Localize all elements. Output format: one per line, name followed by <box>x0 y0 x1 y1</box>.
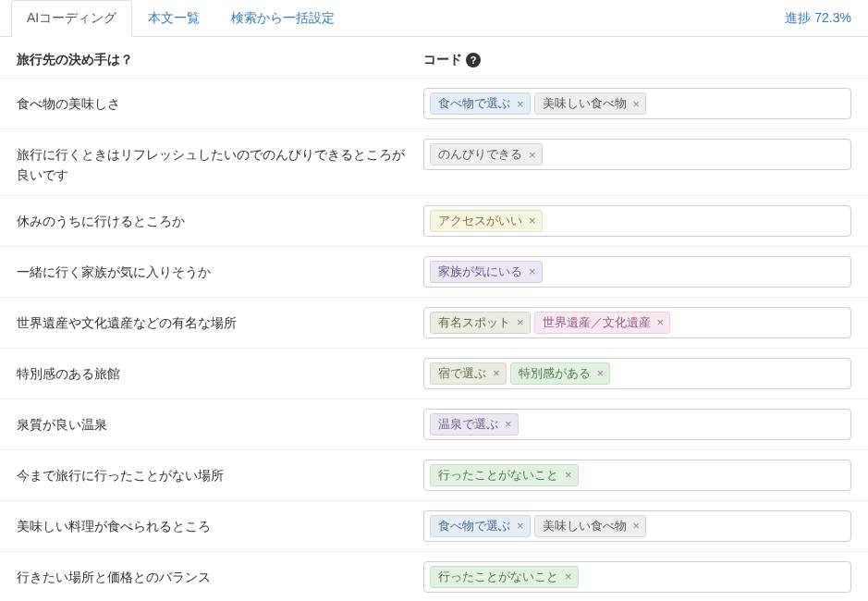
remove-tag-icon[interactable]: × <box>654 315 667 329</box>
coding-row: 世界遺産や文化遺産などの有名な場所有名スポット×世界遺産／文化遺産× <box>0 297 868 348</box>
code-tag-input[interactable]: 食べ物で選ぶ×美味しい食べ物× <box>423 88 851 119</box>
code-tag[interactable]: 特別感がある× <box>510 362 611 385</box>
remove-tag-icon[interactable]: × <box>562 570 575 583</box>
code-tag-label: 温泉で選ぶ <box>438 416 498 433</box>
code-tag-label: 食べ物で選ぶ <box>438 95 510 112</box>
code-tag-label: 世界遺産／文化遺産 <box>543 314 651 331</box>
code-tag-input[interactable]: アクセスがいい× <box>423 205 851 237</box>
coding-row: 特別感のある旅館宿で選ぶ×特別感がある× <box>0 348 868 399</box>
code-tag[interactable]: 世界遺産／文化遺産× <box>534 312 671 334</box>
code-tag[interactable]: 行ったことがないこと× <box>430 464 579 486</box>
code-tag-label: 家族が気にいる <box>438 264 522 280</box>
column-headers: 旅行先の決め手は？ コード ? <box>0 37 868 78</box>
remove-tag-icon[interactable]: × <box>630 519 643 533</box>
response-text: 休みのうちに行けるところか <box>17 205 423 231</box>
code-tag-label: 特別感がある <box>519 365 591 382</box>
remove-tag-icon[interactable]: × <box>526 264 539 278</box>
remove-tag-icon[interactable]: × <box>514 519 527 533</box>
code-tag-label: 有名スポット <box>438 314 510 331</box>
response-text: 食べ物の美味しさ <box>17 88 423 114</box>
remove-tag-icon[interactable]: × <box>502 417 515 431</box>
code-tag[interactable]: 美味しい食べ物× <box>534 92 647 115</box>
code-tag-input[interactable]: 行ったことがないこと× <box>423 561 851 593</box>
response-text: 特別感のある旅館 <box>17 358 423 384</box>
code-tag[interactable]: 宿で選ぶ× <box>430 362 507 385</box>
coding-row: 旅行に行くときはリフレッシュしたいのでのんびりできるところが良いですのんびりでき… <box>0 129 868 195</box>
remove-tag-icon[interactable]: × <box>594 366 607 380</box>
code-tag-input[interactable]: のんびりできる× <box>423 139 851 170</box>
coding-row: 一緒に行く家族が気に入りそうか家族が気にいる× <box>0 246 868 297</box>
code-tag-label: 美味しい食べ物 <box>543 95 627 112</box>
response-text: 一緒に行く家族が気に入りそうか <box>17 256 423 282</box>
tab-ai-coding[interactable]: AIコーディング <box>11 0 132 37</box>
coding-row: 行きたい場所と価格とのバランス行ったことがないこと× <box>0 551 868 601</box>
code-header: コード ? <box>423 52 481 68</box>
response-text: 美味しい料理が食べられるところ <box>17 510 423 536</box>
rows-container: 食べ物の美味しさ食べ物で選ぶ×美味しい食べ物×旅行に行くときはリフレッシュしたい… <box>0 78 868 601</box>
code-tag-label: 食べ物で選ぶ <box>438 518 510 534</box>
code-tag-input[interactable]: 食べ物で選ぶ×美味しい食べ物× <box>423 510 851 542</box>
tab-text-list[interactable]: 本文一覧 <box>132 0 215 37</box>
response-text: 今まで旅行に行ったことがない場所 <box>17 460 423 485</box>
remove-tag-icon[interactable]: × <box>514 97 527 111</box>
code-tag-input[interactable]: 行ったことがないこと× <box>423 460 851 491</box>
response-text: 泉質が良い温泉 <box>17 409 423 435</box>
progress-indicator: 進捗 72.3% <box>779 1 857 36</box>
remove-tag-icon[interactable]: × <box>562 468 575 482</box>
code-tag[interactable]: 家族が気にいる× <box>430 261 543 283</box>
remove-tag-icon[interactable]: × <box>490 366 503 380</box>
tab-bulk-from-search[interactable]: 検索から一括設定 <box>215 0 350 37</box>
remove-tag-icon[interactable]: × <box>526 148 539 162</box>
code-tag-input[interactable]: 宿で選ぶ×特別感がある× <box>423 358 851 389</box>
response-text: 行きたい場所と価格とのバランス <box>17 561 423 587</box>
code-tag-label: のんびりできる <box>438 146 522 163</box>
code-tag[interactable]: 食べ物で選ぶ× <box>430 92 531 115</box>
remove-tag-icon[interactable]: × <box>526 214 539 227</box>
response-text: 旅行に行くときはリフレッシュしたいのでのんびりできるところが良いです <box>17 139 423 186</box>
code-tag[interactable]: 美味しい食べ物× <box>534 515 647 537</box>
coding-row: 泉質が良い温泉温泉で選ぶ× <box>0 399 868 449</box>
remove-tag-icon[interactable]: × <box>514 315 527 329</box>
tab-bar: AIコーディング 本文一覧 検索から一括設定 進捗 72.3% <box>0 0 868 37</box>
help-icon[interactable]: ? <box>466 53 481 67</box>
coding-row: 今まで旅行に行ったことがない場所行ったことがないこと× <box>0 449 868 500</box>
coding-row: 美味しい料理が食べられるところ食べ物で選ぶ×美味しい食べ物× <box>0 500 868 551</box>
question-header: 旅行先の決め手は？ <box>17 52 423 68</box>
response-text: 世界遺産や文化遺産などの有名な場所 <box>17 307 423 333</box>
code-tag[interactable]: 行ったことがないこと× <box>430 566 579 588</box>
code-tag[interactable]: のんびりできる× <box>430 143 543 166</box>
code-header-label: コード <box>423 52 462 68</box>
code-tag-label: 美味しい食べ物 <box>543 518 627 534</box>
code-tag[interactable]: 食べ物で選ぶ× <box>430 515 531 537</box>
code-tag[interactable]: アクセスがいい× <box>430 210 543 232</box>
code-tag-input[interactable]: 家族が気にいる× <box>423 256 851 288</box>
code-tag-label: 行ったことがないこと <box>438 467 558 484</box>
code-tag-label: アクセスがいい <box>438 213 522 229</box>
code-tag-input[interactable]: 有名スポット×世界遺産／文化遺産× <box>423 307 851 338</box>
code-tag-input[interactable]: 温泉で選ぶ× <box>423 409 851 440</box>
code-tag-label: 宿で選ぶ <box>438 365 486 382</box>
code-tag[interactable]: 有名スポット× <box>430 312 531 334</box>
code-tag-label: 行ったことがないこと <box>438 569 558 585</box>
coding-row: 食べ物の美味しさ食べ物で選ぶ×美味しい食べ物× <box>0 78 868 129</box>
code-tag[interactable]: 温泉で選ぶ× <box>430 413 519 435</box>
remove-tag-icon[interactable]: × <box>630 97 643 111</box>
coding-row: 休みのうちに行けるところかアクセスがいい× <box>0 195 868 246</box>
